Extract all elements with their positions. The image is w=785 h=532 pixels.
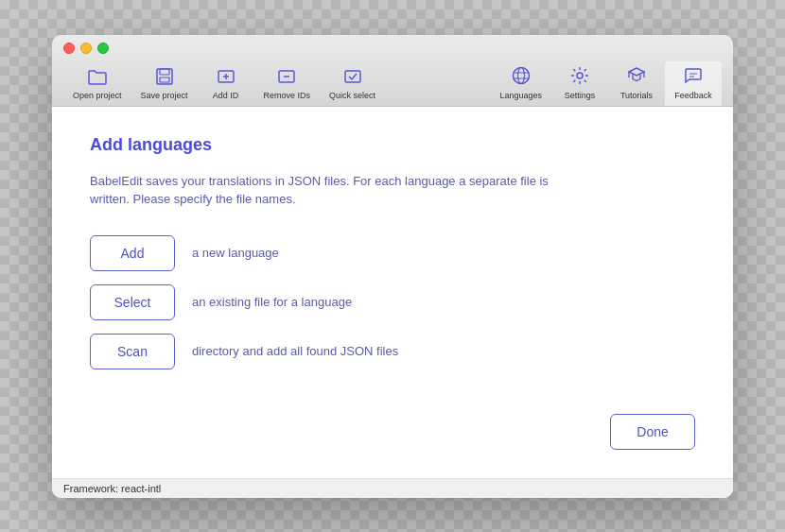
action-row-select: Select an existing file for a language xyxy=(90,284,695,320)
toolbar-label-languages: Languages xyxy=(499,91,542,100)
toolbar-item-feedback[interactable]: Feedback xyxy=(665,61,722,106)
toolbar-label-add-id: Add ID xyxy=(213,91,239,100)
folder-icon xyxy=(87,69,108,89)
scan-description: directory and add all found JSON files xyxy=(192,344,398,358)
toolbar-item-tutorials[interactable]: Tutorials xyxy=(608,61,665,106)
toolbar-item-save-project[interactable]: Save project xyxy=(131,63,198,106)
minimize-button[interactable] xyxy=(80,43,92,54)
toolbar-item-open-project[interactable]: Open project xyxy=(63,65,131,106)
add-description: a new language xyxy=(192,246,279,260)
statusbar: Framework: react-intl xyxy=(52,478,733,498)
feedback-icon xyxy=(683,65,704,89)
toolbar-item-quick-select[interactable]: Quick select xyxy=(320,63,385,106)
add-button[interactable]: Add xyxy=(90,235,175,271)
close-button[interactable] xyxy=(63,43,75,54)
toolbar-label-feedback: Feedback xyxy=(674,91,712,100)
svg-rect-1 xyxy=(160,69,169,75)
toolbar-item-languages[interactable]: Languages xyxy=(490,61,551,106)
svg-point-9 xyxy=(513,67,529,83)
languages-icon xyxy=(511,65,532,89)
toolbar-label-settings: Settings xyxy=(565,91,596,100)
actions-list: Add a new language Select an existing fi… xyxy=(90,235,695,369)
save-icon xyxy=(155,67,174,89)
toolbar-label-open-project: Open project xyxy=(73,91,122,100)
toolbar: Open project Save project xyxy=(63,61,722,106)
select-button[interactable]: Select xyxy=(90,284,175,320)
svg-rect-8 xyxy=(345,71,360,82)
toolbar-label-quick-select: Quick select xyxy=(329,91,375,100)
tutorials-icon xyxy=(626,65,647,89)
toolbar-item-add-id[interactable]: Add ID xyxy=(198,63,254,106)
settings-icon xyxy=(569,65,590,89)
scan-button[interactable]: Scan xyxy=(90,334,175,369)
remove-ids-icon xyxy=(277,67,296,89)
description: BabelEdit saves your translations in JSO… xyxy=(90,172,582,209)
toolbar-item-remove-ids[interactable]: Remove IDs xyxy=(254,63,321,106)
main-content: Add languages BabelEdit saves your trans… xyxy=(52,107,733,478)
svg-point-10 xyxy=(517,67,524,83)
traffic-lights xyxy=(63,43,722,54)
statusbar-text: Framework: react-intl xyxy=(63,483,161,494)
quick-select-icon xyxy=(343,67,362,89)
toolbar-label-save-project: Save project xyxy=(141,91,188,100)
toolbar-item-settings[interactable]: Settings xyxy=(551,61,608,106)
titlebar: Open project Save project xyxy=(52,35,733,107)
footer-actions: Done xyxy=(90,414,695,450)
toolbar-label-remove-ids: Remove IDs xyxy=(264,91,311,100)
done-button[interactable]: Done xyxy=(610,414,695,450)
page-title: Add languages xyxy=(90,135,695,155)
svg-point-13 xyxy=(577,73,583,78)
action-row-add: Add a new language xyxy=(90,235,695,271)
svg-rect-2 xyxy=(160,77,169,82)
action-row-scan: Scan directory and add all found JSON fi… xyxy=(90,334,695,369)
add-id-icon xyxy=(217,67,236,89)
main-window: Open project Save project xyxy=(52,35,733,498)
toolbar-label-tutorials: Tutorials xyxy=(620,91,653,100)
select-description: an existing file for a language xyxy=(192,295,352,309)
maximize-button[interactable] xyxy=(97,43,109,54)
